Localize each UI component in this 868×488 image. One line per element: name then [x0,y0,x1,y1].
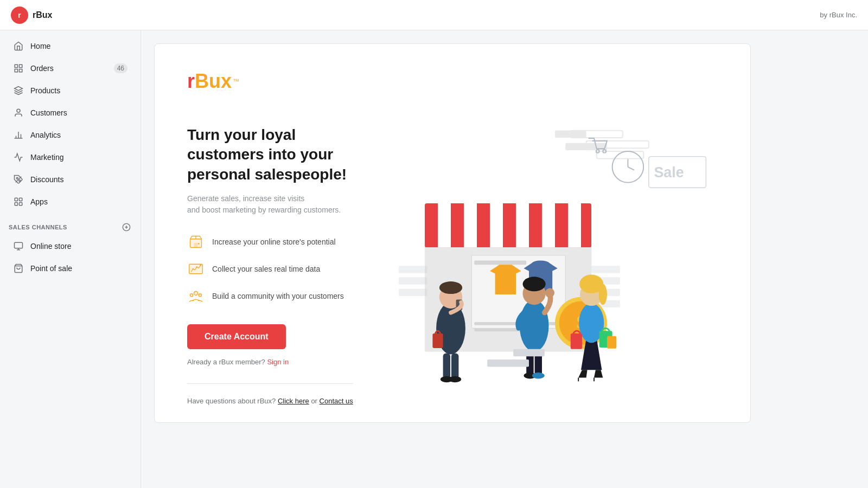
svg-rect-0 [15,65,17,67]
brand-name: rBux [33,10,52,20]
marketing-icon [13,152,24,163]
svg-rect-27 [194,243,198,248]
svg-point-85 [545,288,554,297]
svg-rect-16 [15,203,17,206]
rbux-logo: r Bux ™ [187,70,718,93]
feature-store-icon [187,233,205,251]
sidebar-item-products[interactable]: Products [4,80,136,101]
main-layout: Home Orders 46 Products [0,30,868,488]
sidebar-item-orders[interactable]: Orders 46 [4,57,136,79]
svg-point-31 [196,266,197,268]
add-sales-channel-button[interactable] [121,222,132,233]
contact-us-link[interactable]: Contact us [320,397,353,405]
svg-point-5 [17,109,20,112]
svg-point-28 [198,243,200,245]
questions-section: Have questions about rBux? Click here or… [187,383,353,405]
main-content: r Bux ™ Turn your loyal customers into y… [141,30,868,488]
svg-rect-60 [474,261,526,265]
orders-icon [13,63,24,74]
sidebar-label-customers: Customers [30,108,127,117]
svg-rect-65 [399,288,427,296]
point-of-sale-icon [13,263,24,274]
svg-rect-96 [607,336,616,349]
svg-point-93 [599,284,607,305]
feature-data-text: Collect your sales real time data [212,265,320,273]
svg-point-30 [192,268,194,270]
feature-item-community: Build a community with your customers [187,287,371,305]
sign-in-link[interactable]: Sign in [267,358,289,366]
svg-rect-79 [451,353,458,379]
click-here-link[interactable]: Click here [278,397,309,405]
svg-rect-53 [464,203,477,248]
svg-rect-99 [487,359,529,367]
feature-data-icon [187,260,205,278]
products-icon [13,85,24,96]
right-illustration: Sale [392,125,718,388]
sidebar-label-discounts: Discounts [30,175,127,184]
svg-rect-64 [399,277,427,284]
svg-rect-3 [15,69,17,72]
svg-rect-15 [20,203,22,206]
svg-point-35 [199,294,201,297]
sidebar-label-orders: Orders [30,64,107,73]
svg-rect-1 [20,65,22,67]
left-content: Turn your loyal customers into your pers… [187,125,371,388]
online-store-icon [13,241,24,252]
svg-point-84 [522,277,545,291]
sidebar: Home Orders 46 Products [0,30,141,488]
sidebar-label-marketing: Marketing [30,153,127,162]
svg-marker-4 [15,87,23,91]
svg-rect-55 [516,203,529,248]
content-area: Turn your loyal customers into your pers… [187,125,718,388]
sidebar-item-online-store[interactable]: Online store [4,235,136,257]
svg-rect-63 [399,266,427,273]
svg-line-45 [628,167,634,170]
discounts-icon [13,174,24,185]
feature-item-data: Collect your sales real time data [187,260,371,278]
top-header: r rBux by rBux Inc. [0,0,868,30]
orders-badge: 46 [114,63,127,73]
brand-icon: r [11,7,28,24]
svg-point-75 [439,281,462,294]
customers-icon [13,107,24,118]
svg-point-32 [200,265,201,266]
sidebar-item-point-of-sale[interactable]: Point of sale [4,258,136,279]
sidebar-label-products: Products [30,86,127,95]
sidebar-item-customers[interactable]: Customers [4,102,136,124]
feature-community-icon [187,287,205,305]
sales-channels-title: SALES CHANNELS [0,213,141,235]
svg-rect-2 [20,69,22,72]
svg-rect-14 [20,198,22,201]
feature-list: Increase your online store's potential [187,233,371,305]
svg-rect-54 [490,203,503,248]
sidebar-item-analytics[interactable]: Analytics [4,124,136,146]
sidebar-label-online-store: Online store [30,242,127,251]
illustration-svg: Sale [392,125,718,386]
sidebar-label-point-of-sale: Point of sale [30,264,127,273]
create-account-button[interactable]: Create Account [187,324,286,349]
sub-heading: Generate sales, increase site visitsand … [187,193,371,216]
sidebar-item-discounts[interactable]: Discounts [4,169,136,190]
feature-community-text: Build a community with your customers [212,292,344,300]
logo-text: r [187,70,195,93]
svg-point-81 [449,376,461,383]
sign-in-prompt: Already a rBux member? Sign in [187,358,371,366]
svg-rect-13 [15,198,17,201]
svg-point-10 [16,177,18,179]
sidebar-label-apps: Apps [30,197,127,206]
svg-rect-57 [568,203,581,248]
svg-rect-77 [432,333,443,348]
logo-suffix: Bux [195,70,232,93]
sidebar-item-apps[interactable]: Apps [4,191,136,213]
sidebar-item-home[interactable]: Home [4,35,136,57]
svg-text:Sale: Sale [654,164,684,181]
sidebar-label-home: Home [30,42,127,50]
svg-point-33 [194,291,198,295]
analytics-icon [13,130,24,140]
svg-rect-52 [438,203,451,248]
svg-rect-66 [591,266,620,273]
sidebar-item-marketing[interactable]: Marketing [4,146,136,168]
svg-rect-100 [513,349,545,356]
header-brand: r rBux [11,7,820,24]
svg-point-82 [520,300,549,352]
